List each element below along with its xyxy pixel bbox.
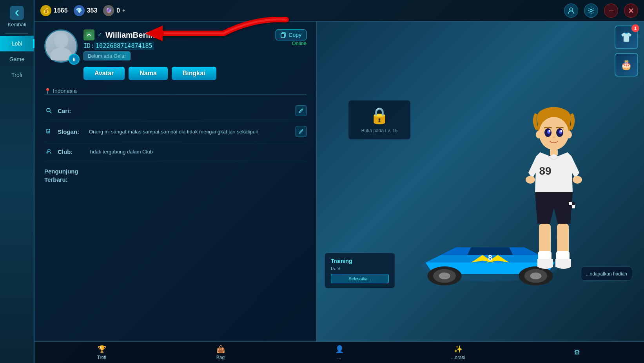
sidebar-item-lobi[interactable]: Lobi [0,36,34,51]
complete-button[interactable]: Selesaika... [331,274,389,283]
back-button[interactable]: Kembali [0,0,34,31]
svg-rect-6 [281,33,285,38]
svg-rect-35 [572,205,575,208]
tab-trofi[interactable]: 🏆 Trofi [42,345,161,360]
settings-button[interactable] [584,4,598,18]
sidebar-item-label: Trofi [11,72,22,78]
costume-icon: 👤 [335,345,344,354]
sidebar-item-label: Lobi [12,40,22,47]
tab-decorasi[interactable]: ✨ ...orasi [399,345,517,360]
profile-fields: Cari: Slogan: Orang ini sangat malas sam… [44,94,307,161]
sidebar-item-trofi[interactable]: Trofi [0,67,34,83]
profile-id: ID:1022688714874185 [83,42,154,49]
tab-bag[interactable]: 👜 Bag [161,345,280,360]
character-display: 🔒 Buka pada Lv. 15 Training Lv. 9 Selesa… [317,22,644,341]
avatar-level-badge: 6 [69,54,80,65]
club-value: Tidak tergabung dalam Club [89,149,307,155]
svg-point-27 [566,131,572,139]
club-icon [44,147,54,156]
profile-username: WilliamBerlin [105,31,155,40]
shirt-count: 1 [631,24,639,32]
rank-badge [83,29,94,40]
close-button[interactable] [624,4,638,18]
character-area: 🔒 Buka pada Lv. 15 Training Lv. 9 Selesa… [317,22,644,341]
gender-icon: ♂ [98,31,102,38]
svg-point-26 [536,131,542,139]
coins-value: 1565 [54,7,68,14]
locked-item-card: 🔒 Buka pada Lv. 15 [348,100,411,140]
profile-actions: Avatar Nama Bingkai [83,67,307,80]
sidebar: Kembali Lobi Game Trofi [0,0,34,363]
visitors-section: Pengunjung Terbaru: [44,161,307,190]
slogan-value: Orang ini sangat malas sampai-sampai dia… [89,129,292,135]
back-label: Kembali [8,22,26,27]
svg-point-19 [539,117,569,150]
decorasi-label: ...orasi [451,355,465,360]
avatar-button[interactable]: Avatar [83,67,125,80]
svg-rect-37 [557,224,569,255]
svg-point-31 [573,176,582,184]
search-field-row: Cari: [44,100,307,121]
friends-button[interactable] [564,4,578,18]
settings-icon: ⚙ [574,348,580,357]
special-icon: 🔮 [103,5,114,16]
gems-value: 353 [87,7,98,14]
online-status: Online [292,40,307,46]
topbar: 💰 1565 💎 353 🔮 0 + — [34,0,644,22]
lock-label: Buka pada Lv. 15 [354,128,405,133]
trofi-label: Trofi [97,355,107,360]
svg-rect-33 [569,205,572,208]
coins-stat: 💰 1565 [40,5,68,16]
profile-location: 📍 Indonesia [44,88,307,94]
profile-info: ♂ WilliamBerlin Copy ID:1022688714874185… [83,29,307,80]
trofi-icon: 🏆 [98,345,106,354]
bottom-bar: 🏆 Trofi 👜 Bag 👤 ... ✨ ...orasi ⚙ [34,341,644,363]
gems-stat: 💎 353 [74,5,98,16]
special-stat: 🔮 0 + [103,5,125,16]
avatar-container: 6 [44,29,78,63]
profile-header: 6 ♂ WilliamBerlin [44,29,307,80]
visitors-title: Pengunjung Terbaru: [44,167,307,184]
shirt-icon: 👕 [620,32,632,43]
copy-label: Copy [288,32,301,38]
title-badge: Belum ada Gelar [83,51,131,60]
costume-label: ... [337,355,341,360]
slogan-icon [44,127,54,136]
slogan-field-row: Slogan: Orang ini sangat malas sampai-sa… [44,121,307,142]
search-edit-button[interactable] [296,105,307,116]
copy-button[interactable]: Copy [276,29,307,40]
tab-costume[interactable]: 👤 ... [280,345,399,360]
svg-point-24 [549,130,551,132]
location-icon: 📍 [44,88,51,94]
svg-rect-36 [539,224,551,255]
name-button[interactable]: Nama [129,67,168,80]
back-arrow-icon [10,6,24,20]
minimize-button[interactable]: — [604,4,618,18]
club-field-row: Club: Tidak tergabung dalam Club [44,142,307,161]
svg-point-30 [526,176,535,184]
svg-text:8: 8 [488,254,492,262]
bag-label: Bag [216,355,225,360]
gift-panel: 👕 1 🎂 [615,26,638,77]
special-value: 0 [116,7,120,14]
tab-settings[interactable]: ⚙ [517,348,636,357]
sidebar-item-game[interactable]: Game [0,51,34,67]
lock-icon: 🔒 [354,106,405,125]
profile-panel: 6 ♂ WilliamBerlin [34,22,317,341]
training-card: Training Lv. 9 Selesaika... [325,253,395,288]
gift-cake-item[interactable]: 🎂 [615,53,638,77]
bag-icon: 👜 [216,345,225,354]
slogan-edit-button[interactable] [296,126,307,137]
svg-rect-32 [569,202,572,205]
avatar-level: 6 [73,57,75,62]
svg-point-25 [561,130,562,132]
club-label: Club: [58,148,85,155]
gift-shirt-item[interactable]: 👕 1 [615,26,638,49]
gem-icon: 💎 [74,5,85,16]
frame-button[interactable]: Bingkai [172,67,216,80]
sidebar-item-label: Game [9,56,24,62]
location-value: Indonesia [53,88,77,94]
svg-point-2 [54,33,68,48]
cake-icon: 🎂 [620,59,632,70]
coin-icon: 💰 [40,5,51,16]
